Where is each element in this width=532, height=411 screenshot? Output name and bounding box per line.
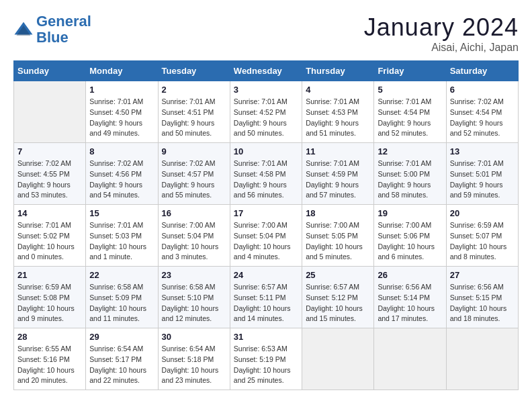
day-info: Sunrise: 6:59 AMSunset: 5:08 PMDaylight:…	[17, 282, 82, 324]
calendar-cell: 6Sunrise: 7:02 AMSunset: 4:54 PMDaylight…	[446, 81, 518, 143]
day-info: Sunrise: 7:01 AMSunset: 5:00 PMDaylight:…	[378, 158, 442, 201]
weekday-header: Tuesday	[158, 61, 230, 81]
day-number: 2	[162, 85, 226, 95]
day-info: Sunrise: 7:02 AMSunset: 4:56 PMDaylight:…	[89, 158, 154, 201]
day-info: Sunrise: 7:01 AMSunset: 5:02 PMDaylight:…	[17, 220, 82, 263]
day-info: Sunrise: 6:53 AMSunset: 5:19 PMDaylight:…	[234, 344, 298, 386]
calendar-table: SundayMondayTuesdayWednesdayThursdayFrid…	[13, 60, 519, 390]
day-info: Sunrise: 7:00 AMSunset: 5:05 PMDaylight:…	[306, 220, 370, 263]
day-info: Sunrise: 7:01 AMSunset: 4:52 PMDaylight:…	[234, 97, 298, 139]
day-number: 15	[89, 208, 154, 218]
calendar-body: 1Sunrise: 7:01 AMSunset: 4:50 PMDaylight…	[14, 81, 519, 390]
calendar-cell: 14Sunrise: 7:01 AMSunset: 5:02 PMDayligh…	[14, 205, 86, 267]
weekday-header: Thursday	[302, 61, 374, 81]
day-number: 28	[17, 332, 82, 342]
logo-text: General Blue	[36, 13, 91, 46]
calendar-cell: 10Sunrise: 7:01 AMSunset: 4:58 PMDayligh…	[230, 143, 302, 205]
calendar-cell: 22Sunrise: 6:58 AMSunset: 5:09 PMDayligh…	[86, 267, 158, 328]
day-info: Sunrise: 6:55 AMSunset: 5:16 PMDaylight:…	[17, 344, 82, 386]
day-info: Sunrise: 6:56 AMSunset: 5:15 PMDaylight:…	[450, 282, 515, 324]
day-info: Sunrise: 7:01 AMSunset: 4:51 PMDaylight:…	[162, 97, 226, 139]
weekday-header: Friday	[374, 61, 446, 81]
calendar-cell	[14, 81, 86, 143]
day-number: 23	[162, 270, 226, 280]
calendar-cell: 25Sunrise: 6:57 AMSunset: 5:12 PMDayligh…	[302, 267, 374, 328]
day-number: 29	[89, 332, 154, 342]
subtitle: Aisai, Aichi, Japan	[364, 42, 519, 54]
day-info: Sunrise: 6:58 AMSunset: 5:09 PMDaylight:…	[89, 282, 154, 324]
day-number: 30	[162, 332, 226, 342]
day-number: 12	[378, 146, 442, 156]
calendar-header: SundayMondayTuesdayWednesdayThursdayFrid…	[14, 61, 519, 81]
day-number: 7	[17, 146, 82, 156]
calendar-cell: 27Sunrise: 6:56 AMSunset: 5:15 PMDayligh…	[446, 267, 518, 328]
day-info: Sunrise: 6:58 AMSunset: 5:10 PMDaylight:…	[162, 282, 226, 324]
logo: General Blue	[13, 13, 91, 46]
day-number: 8	[89, 146, 154, 156]
day-info: Sunrise: 7:01 AMSunset: 4:59 PMDaylight:…	[306, 158, 370, 201]
calendar-week-row: 1Sunrise: 7:01 AMSunset: 4:50 PMDaylight…	[14, 81, 519, 143]
day-info: Sunrise: 7:01 AMSunset: 4:58 PMDaylight:…	[234, 158, 298, 201]
day-number: 4	[306, 85, 370, 95]
day-info: Sunrise: 7:01 AMSunset: 4:53 PMDaylight:…	[306, 97, 370, 139]
day-number: 10	[234, 146, 298, 156]
calendar-cell: 12Sunrise: 7:01 AMSunset: 5:00 PMDayligh…	[374, 143, 446, 205]
calendar-week-row: 28Sunrise: 6:55 AMSunset: 5:16 PMDayligh…	[14, 328, 519, 390]
weekday-header: Saturday	[446, 61, 518, 81]
day-info: Sunrise: 6:56 AMSunset: 5:14 PMDaylight:…	[378, 282, 442, 324]
day-info: Sunrise: 7:00 AMSunset: 5:06 PMDaylight:…	[378, 220, 442, 263]
day-info: Sunrise: 6:59 AMSunset: 5:07 PMDaylight:…	[450, 220, 515, 263]
day-number: 14	[17, 208, 82, 218]
calendar-cell: 19Sunrise: 7:00 AMSunset: 5:06 PMDayligh…	[374, 205, 446, 267]
title-block: January 2024 Aisai, Aichi, Japan	[364, 13, 519, 54]
calendar-cell: 20Sunrise: 6:59 AMSunset: 5:07 PMDayligh…	[446, 205, 518, 267]
day-number: 26	[378, 270, 442, 280]
day-info: Sunrise: 7:02 AMSunset: 4:55 PMDaylight:…	[17, 158, 82, 201]
calendar-cell: 26Sunrise: 6:56 AMSunset: 5:14 PMDayligh…	[374, 267, 446, 328]
calendar-cell: 3Sunrise: 7:01 AMSunset: 4:52 PMDaylight…	[230, 81, 302, 143]
calendar-cell: 24Sunrise: 6:57 AMSunset: 5:11 PMDayligh…	[230, 267, 302, 328]
calendar-cell: 15Sunrise: 7:01 AMSunset: 5:03 PMDayligh…	[86, 205, 158, 267]
calendar-cell: 31Sunrise: 6:53 AMSunset: 5:19 PMDayligh…	[230, 328, 302, 390]
day-number: 6	[450, 85, 515, 95]
day-info: Sunrise: 6:57 AMSunset: 5:11 PMDaylight:…	[234, 282, 298, 324]
header-row: SundayMondayTuesdayWednesdayThursdayFrid…	[14, 61, 519, 81]
day-info: Sunrise: 7:01 AMSunset: 4:54 PMDaylight:…	[378, 97, 442, 139]
day-info: Sunrise: 6:57 AMSunset: 5:12 PMDaylight:…	[306, 282, 370, 324]
calendar-cell: 4Sunrise: 7:01 AMSunset: 4:53 PMDaylight…	[302, 81, 374, 143]
day-number: 20	[450, 208, 515, 218]
weekday-header: Monday	[86, 61, 158, 81]
calendar-week-row: 7Sunrise: 7:02 AMSunset: 4:55 PMDaylight…	[14, 143, 519, 205]
day-info: Sunrise: 6:54 AMSunset: 5:17 PMDaylight:…	[89, 344, 154, 386]
calendar-cell: 9Sunrise: 7:02 AMSunset: 4:57 PMDaylight…	[158, 143, 230, 205]
day-number: 9	[162, 146, 226, 156]
day-number: 1	[89, 85, 154, 95]
day-number: 11	[306, 146, 370, 156]
day-info: Sunrise: 7:01 AMSunset: 5:03 PMDaylight:…	[89, 220, 154, 263]
calendar-cell: 2Sunrise: 7:01 AMSunset: 4:51 PMDaylight…	[158, 81, 230, 143]
day-number: 24	[234, 270, 298, 280]
weekday-header: Sunday	[14, 61, 86, 81]
page-header: General Blue January 2024 Aisai, Aichi, …	[13, 13, 519, 54]
calendar-cell: 8Sunrise: 7:02 AMSunset: 4:56 PMDaylight…	[86, 143, 158, 205]
day-number: 22	[89, 270, 154, 280]
calendar-cell: 28Sunrise: 6:55 AMSunset: 5:16 PMDayligh…	[14, 328, 86, 390]
calendar-cell: 5Sunrise: 7:01 AMSunset: 4:54 PMDaylight…	[374, 81, 446, 143]
calendar-cell: 7Sunrise: 7:02 AMSunset: 4:55 PMDaylight…	[14, 143, 86, 205]
day-number: 19	[378, 208, 442, 218]
calendar-cell: 16Sunrise: 7:00 AMSunset: 5:04 PMDayligh…	[158, 205, 230, 267]
weekday-header: Wednesday	[230, 61, 302, 81]
day-info: Sunrise: 6:54 AMSunset: 5:18 PMDaylight:…	[162, 344, 226, 386]
calendar-cell: 13Sunrise: 7:01 AMSunset: 5:01 PMDayligh…	[446, 143, 518, 205]
day-number: 27	[450, 270, 515, 280]
day-number: 25	[306, 270, 370, 280]
calendar-cell: 17Sunrise: 7:00 AMSunset: 5:04 PMDayligh…	[230, 205, 302, 267]
day-info: Sunrise: 7:00 AMSunset: 5:04 PMDaylight:…	[234, 220, 298, 263]
day-number: 18	[306, 208, 370, 218]
day-number: 16	[162, 208, 226, 218]
day-number: 3	[234, 85, 298, 95]
day-info: Sunrise: 7:01 AMSunset: 5:01 PMDaylight:…	[450, 158, 515, 201]
month-title: January 2024	[364, 13, 519, 42]
day-number: 5	[378, 85, 442, 95]
calendar-week-row: 14Sunrise: 7:01 AMSunset: 5:02 PMDayligh…	[14, 205, 519, 267]
